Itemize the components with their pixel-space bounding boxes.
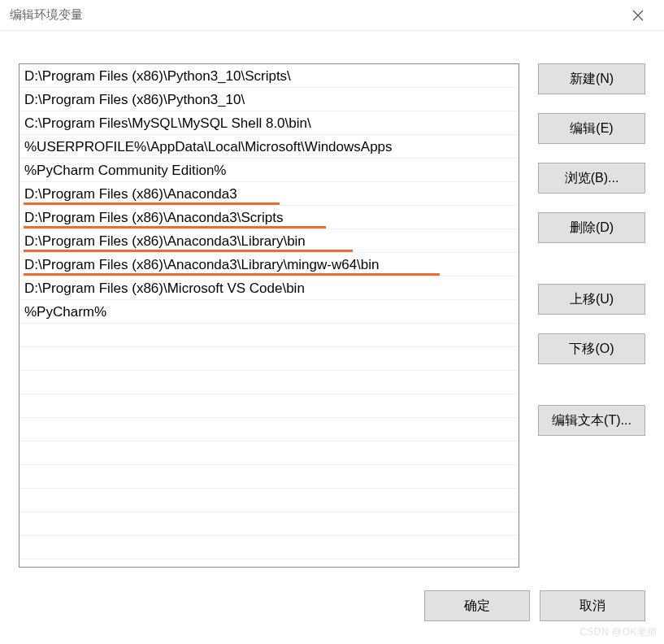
- delete-button[interactable]: 删除(D): [538, 212, 645, 243]
- list-item[interactable]: D:\Program Files (x86)\Anaconda3\Library…: [20, 229, 519, 253]
- list-item-empty[interactable]: [20, 442, 519, 465]
- list-item-empty[interactable]: [20, 324, 519, 347]
- button-column: 新建(N) 编辑(E) 浏览(B)... 删除(D) 上移(U) 下移(O) 编…: [538, 63, 645, 568]
- list-item-empty[interactable]: [20, 536, 519, 559]
- footer-buttons: 确定 取消: [424, 590, 645, 621]
- new-button[interactable]: 新建(N): [538, 63, 645, 94]
- list-item-empty[interactable]: [20, 347, 519, 371]
- list-item-empty[interactable]: [20, 489, 519, 512]
- content-area: D:\Program Files (x86)\Python3_10\Script…: [0, 31, 664, 568]
- movedown-button[interactable]: 下移(O): [538, 333, 645, 364]
- list-item[interactable]: D:\Program Files (x86)\Anaconda3\Library…: [20, 253, 519, 276]
- env-var-listbox[interactable]: D:\Program Files (x86)\Python3_10\Script…: [19, 63, 519, 568]
- list-item[interactable]: %PyCharm%: [20, 300, 519, 324]
- edit-env-var-dialog: 编辑环境变量 D:\Program Files (x86)\Python3_10…: [0, 0, 664, 644]
- list-item-empty[interactable]: [20, 465, 519, 489]
- cancel-button[interactable]: 取消: [540, 590, 645, 621]
- edit-text-button[interactable]: 编辑文本(T)...: [538, 405, 645, 436]
- watermark: CSDN @OK老师: [579, 625, 657, 639]
- window-title: 编辑环境变量: [10, 7, 622, 23]
- list-item[interactable]: D:\Program Files (x86)\Anaconda3\Scripts: [20, 206, 519, 229]
- list-item[interactable]: D:\Program Files (x86)\Anaconda3: [20, 182, 519, 206]
- list-item[interactable]: %USERPROFILE%\AppData\Local\Microsoft\Wi…: [20, 135, 519, 159]
- list-item[interactable]: D:\Program Files (x86)\Microsoft VS Code…: [20, 276, 519, 300]
- list-item[interactable]: C:\Program Files\MySQL\MySQL Shell 8.0\b…: [20, 111, 519, 135]
- close-icon[interactable]: [622, 0, 654, 31]
- list-item[interactable]: D:\Program Files (x86)\Python3_10\: [20, 88, 519, 111]
- list-item-empty[interactable]: [20, 394, 519, 418]
- list-item-empty[interactable]: [20, 371, 519, 394]
- list-item-empty[interactable]: [20, 418, 519, 442]
- titlebar: 编辑环境变量: [0, 0, 664, 31]
- list-item[interactable]: %PyCharm Community Edition%: [20, 159, 519, 182]
- edit-button[interactable]: 编辑(E): [538, 113, 645, 144]
- list-item[interactable]: D:\Program Files (x86)\Python3_10\Script…: [20, 64, 519, 88]
- moveup-button[interactable]: 上移(U): [538, 284, 645, 315]
- browse-button[interactable]: 浏览(B)...: [538, 163, 645, 194]
- ok-button[interactable]: 确定: [424, 590, 530, 621]
- list-item-empty[interactable]: [20, 512, 519, 536]
